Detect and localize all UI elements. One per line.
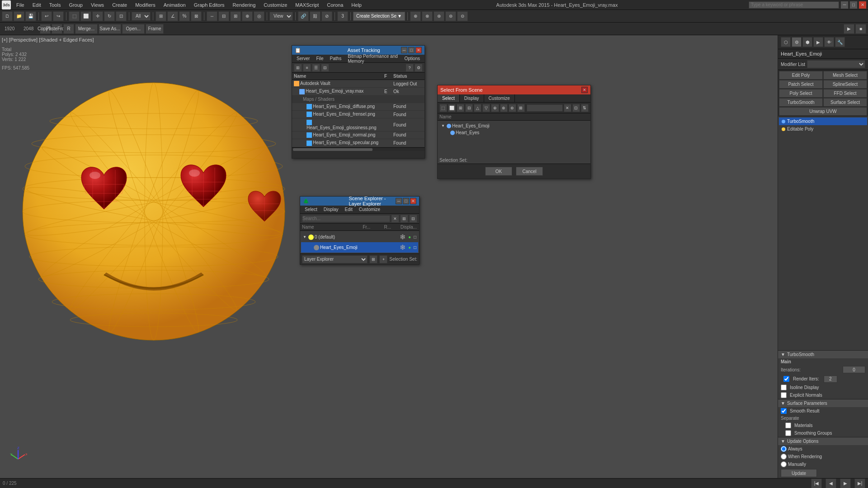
menu-group[interactable]: Group xyxy=(65,1,86,9)
sfs-icon-1[interactable]: ⬚ xyxy=(439,104,447,112)
at-btn-help[interactable]: ? xyxy=(406,64,414,72)
menu-tools[interactable]: Tools xyxy=(46,1,65,9)
se-footer-dropdown[interactable]: Layer Explorer xyxy=(302,255,368,263)
sfs-close-btn[interactable]: ✕ xyxy=(581,87,588,93)
se-menu-select[interactable]: Select xyxy=(302,206,320,212)
merge-btn[interactable]: Merge... xyxy=(75,24,98,34)
sfs-icon-10[interactable]: ⊠ xyxy=(517,104,525,112)
asset-row-diffuse[interactable]: Heart_Eyes_Emoji_diffuse.png Found xyxy=(292,103,425,110)
sfs-tab-display[interactable]: Display xyxy=(460,94,484,102)
sfs-tree-item-emoji[interactable]: ▼ Heart_Eyes_Emoji xyxy=(439,122,589,129)
menu-create[interactable]: Create xyxy=(108,1,131,9)
close-button[interactable]: ✕ xyxy=(859,1,866,9)
asset-row-max-file[interactable]: Heart_Eyes_Emoji_vray.max E Ok xyxy=(292,88,425,95)
se-footer-btn2[interactable]: + xyxy=(379,255,387,263)
toolbar-btn-extra5[interactable]: ⊝ xyxy=(457,11,468,21)
stop-btn[interactable]: ■ xyxy=(855,24,866,34)
toolbar-btn-extra2[interactable]: ⊗ xyxy=(422,11,433,21)
iterations-input[interactable] xyxy=(843,366,865,373)
se-search-input[interactable] xyxy=(302,215,390,222)
at-menu-paths[interactable]: Paths xyxy=(327,56,344,61)
menu-customize[interactable]: Customize xyxy=(260,1,291,9)
snap-btn[interactable]: ⊞ xyxy=(156,11,166,21)
at-btn-3[interactable]: ☰ xyxy=(312,64,320,72)
status-play2-btn[interactable]: ▶ xyxy=(840,479,851,488)
asset-row-glossiness[interactable]: Heart_Eyes_Emoji_glossiness.png Found xyxy=(292,118,425,131)
asset-tracking-minimize-btn[interactable]: ─ xyxy=(401,47,407,53)
asset-row-normal[interactable]: Heart_Eyes_Emoji_normal.png Found xyxy=(292,131,425,139)
smoothing-groups-checkbox[interactable] xyxy=(785,430,791,436)
panel-icon-hierarchy[interactable]: ⬢ xyxy=(802,37,812,47)
search-input[interactable] xyxy=(749,1,839,9)
panel-icon-display[interactable]: 👁 xyxy=(824,37,834,47)
sfs-icon-9[interactable]: ⊛ xyxy=(509,104,516,112)
se-footer-btn1[interactable]: ⊞ xyxy=(369,255,377,263)
menu-maxscript[interactable]: MAXScript xyxy=(292,1,322,9)
poly-select-btn[interactable]: Poly Select xyxy=(779,89,823,98)
surface-select-btn[interactable]: Surface Select xyxy=(823,98,867,107)
play-btn[interactable]: ▶ xyxy=(844,24,854,34)
at-menu-bitmap[interactable]: Bitmap Performance and Memory xyxy=(345,53,401,64)
asset-tracking-close-btn[interactable]: ✕ xyxy=(415,47,422,53)
open-file-btn[interactable]: Open... xyxy=(122,24,145,34)
maximize-button[interactable]: □ xyxy=(850,1,857,9)
create-selection-dropdown-icon[interactable]: ▼ xyxy=(397,14,402,19)
toolbar-btn-extra1[interactable]: ⊕ xyxy=(410,11,421,21)
at-btn-settings[interactable]: ⚙ xyxy=(415,64,423,72)
menu-corona[interactable]: Corona xyxy=(323,1,347,9)
paste-from-btn[interactable]: PasteFrom xyxy=(52,24,62,34)
spline-select-btn[interactable]: SplineSelect xyxy=(823,80,867,89)
se-menu-customize[interactable]: Customize xyxy=(356,206,383,212)
mirror-btn[interactable]: ↔ xyxy=(207,11,217,21)
sfs-icon-2[interactable]: ⬜ xyxy=(448,104,456,112)
select-filter-dropdown[interactable]: All xyxy=(132,12,151,21)
normal-align-btn[interactable]: ⊞ xyxy=(230,11,241,21)
ffd-select-btn[interactable]: FFD Select xyxy=(823,89,867,98)
select-btn[interactable]: ⬚ xyxy=(69,11,80,21)
create-selection-btn[interactable]: Create Selection Se ▼ xyxy=(353,12,405,21)
se-menu-display[interactable]: Display xyxy=(321,206,341,212)
menu-views[interactable]: Views xyxy=(87,1,108,9)
update-options-header[interactable]: ▼ Update Options xyxy=(778,437,868,445)
scene-explorer-title-bar[interactable]: 🌲 Scene Explorer - Layer Explorer ─ □ ✕ xyxy=(300,197,419,206)
panel-icon-create[interactable]: ⬡ xyxy=(781,37,791,47)
asset-scrollbar[interactable] xyxy=(292,147,425,151)
sfs-tab-customize[interactable]: Customize xyxy=(484,94,515,102)
panel-icon-modify[interactable]: ⚙ xyxy=(792,37,802,47)
at-btn-2[interactable]: ≡ xyxy=(303,64,311,72)
redo-btn[interactable]: ↪ xyxy=(53,11,64,21)
sfs-search-clear-btn[interactable] xyxy=(527,104,563,112)
sfs-icon-3[interactable]: ⊞ xyxy=(457,104,464,112)
tree-item-heart-eyes[interactable]: Heart_Eyes_Emoji ❄ ● □ xyxy=(301,242,418,253)
select-region-btn[interactable]: ⬜ xyxy=(80,11,91,21)
rotate-btn[interactable]: ↻ xyxy=(104,11,115,21)
scene-explorer-minimize-btn[interactable]: ─ xyxy=(396,198,402,204)
sfs-icon-8[interactable]: ⊗ xyxy=(500,104,508,112)
asset-row-frensel[interactable]: Heart_Eyes_Emoji_frensel.png Found xyxy=(292,111,425,118)
stack-item-turbosmooth[interactable]: TurboSmooth xyxy=(779,117,867,125)
move-btn[interactable]: ✛ xyxy=(92,11,103,21)
sfs-cancel-btn[interactable]: Cancel xyxy=(516,167,543,176)
scene-explorer-restore-btn[interactable]: □ xyxy=(403,198,409,204)
turbosmooth-btn[interactable]: TurboSmooth xyxy=(779,98,823,107)
status-prev-btn[interactable]: ◀ xyxy=(826,479,836,488)
undo-btn[interactable]: ↩ xyxy=(41,11,52,21)
tree-item-0-default[interactable]: ▼ 0 (default) ❄ ● □ xyxy=(301,232,418,242)
panel-icon-motion[interactable]: ▶ xyxy=(813,37,823,47)
unwrap-uvw-btn[interactable]: Unwrap UVW xyxy=(779,107,867,116)
menu-file[interactable]: File xyxy=(13,1,28,9)
spinner-snap-btn[interactable]: ⊠ xyxy=(191,11,202,21)
sfs-highlight-btn[interactable]: ⊡ xyxy=(572,104,580,112)
status-play-btn[interactable]: |◀ xyxy=(811,479,822,488)
se-menu-edit[interactable]: Edit xyxy=(342,206,355,212)
r-btn[interactable]: R xyxy=(63,24,74,34)
align-btn[interactable]: ⊟ xyxy=(218,11,229,21)
se-clear-btn[interactable]: ✕ xyxy=(391,215,399,223)
mesh-select-btn[interactable]: Mesh Select xyxy=(823,71,867,80)
save-btn[interactable]: 💾 xyxy=(25,11,36,21)
toolbar-btn-extra3[interactable]: ⊛ xyxy=(434,11,444,21)
3d-snap-btn[interactable]: 3 xyxy=(337,11,348,21)
angle-snap-btn[interactable]: ∠ xyxy=(167,11,178,21)
sfs-tree-item-eyes[interactable]: Heart_Eyes xyxy=(439,129,589,136)
se-btn-1[interactable]: ⊞ xyxy=(400,215,408,223)
